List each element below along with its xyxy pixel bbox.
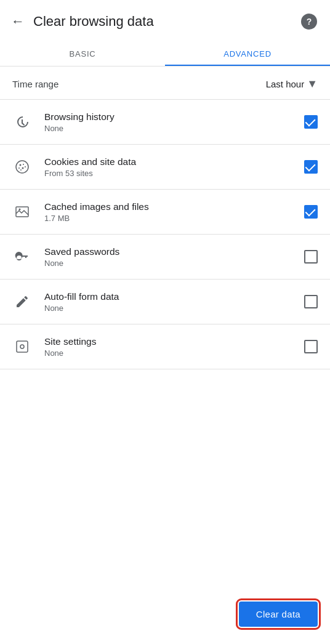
svg-point-3 — [18, 167, 20, 169]
help-icon: ? — [301, 14, 317, 30]
passwords-subtitle: None — [44, 259, 304, 268]
footer: Clear data — [239, 602, 318, 627]
tab-active-indicator — [165, 65, 330, 66]
cached-checkbox[interactable] — [304, 205, 318, 219]
image-icon — [10, 204, 34, 219]
cached-title: Cached images and files — [44, 201, 304, 212]
back-button[interactable]: ← — [7, 10, 28, 33]
svg-point-5 — [20, 169, 22, 171]
settings-icon — [10, 339, 34, 354]
back-arrow-icon: ← — [11, 14, 25, 30]
tabs-container: BASIC ADVANCED — [0, 41, 330, 66]
cookie-icon — [10, 159, 34, 174]
cookies-title: Cookies and site data — [44, 156, 304, 167]
passwords-checkbox[interactable] — [304, 250, 318, 264]
tab-advanced[interactable]: ADVANCED — [165, 41, 330, 66]
svg-point-2 — [23, 164, 24, 165]
pencil-icon — [10, 294, 34, 309]
autofill-subtitle: None — [44, 304, 304, 313]
list-item-cached: Cached images and files 1.7 MB — [0, 190, 330, 234]
autofill-text: Auto-fill form data None — [44, 291, 304, 313]
header-left: ← Clear browsing data — [7, 10, 154, 33]
cookies-subtitle: From 53 sites — [44, 169, 304, 178]
list-item-passwords: Saved passwords None — [0, 235, 330, 279]
autofill-checkbox[interactable] — [304, 295, 318, 308]
list-item-site-settings: Site settings None — [0, 324, 330, 369]
svg-point-6 — [25, 166, 26, 167]
browsing-history-checkbox[interactable] — [304, 115, 318, 129]
clear-data-button[interactable]: Clear data — [239, 602, 318, 627]
browsing-history-text: Browsing history None — [44, 111, 304, 133]
cached-text: Cached images and files 1.7 MB — [44, 201, 304, 223]
clock-icon — [10, 115, 34, 129]
page-title: Clear browsing data — [33, 14, 154, 30]
svg-point-10 — [20, 345, 24, 348]
site-settings-title: Site settings — [44, 336, 304, 347]
cached-subtitle: 1.7 MB — [44, 214, 304, 223]
time-range-row: Time range Last hour ▼ — [0, 66, 330, 99]
divider-6 — [0, 369, 330, 369]
svg-point-1 — [20, 164, 22, 166]
autofill-title: Auto-fill form data — [44, 291, 304, 302]
passwords-title: Saved passwords — [44, 246, 304, 257]
list-item-autofill: Auto-fill form data None — [0, 280, 330, 324]
tab-basic[interactable]: BASIC — [0, 41, 165, 66]
list-item-browsing-history: Browsing history None — [0, 100, 330, 144]
key-icon — [10, 249, 34, 264]
svg-point-8 — [19, 209, 21, 211]
site-settings-text: Site settings None — [44, 336, 304, 358]
help-button[interactable]: ? — [299, 12, 319, 31]
svg-point-0 — [16, 161, 28, 173]
browsing-history-subtitle: None — [44, 124, 304, 133]
site-settings-checkbox[interactable] — [304, 340, 318, 353]
cookies-text: Cookies and site data From 53 sites — [44, 156, 304, 178]
site-settings-subtitle: None — [44, 348, 304, 358]
dropdown-arrow-icon: ▼ — [307, 78, 318, 91]
svg-point-4 — [22, 167, 24, 169]
browsing-history-title: Browsing history — [44, 111, 304, 123]
header: ← Clear browsing data ? — [0, 0, 330, 41]
cookies-checkbox[interactable] — [304, 160, 318, 174]
time-range-value: Last hour — [266, 79, 305, 89]
time-range-selector[interactable]: Last hour ▼ — [266, 78, 318, 91]
passwords-text: Saved passwords None — [44, 246, 304, 268]
svg-rect-9 — [17, 341, 28, 352]
time-range-label: Time range — [12, 79, 58, 89]
list-item-cookies: Cookies and site data From 53 sites — [0, 145, 330, 189]
